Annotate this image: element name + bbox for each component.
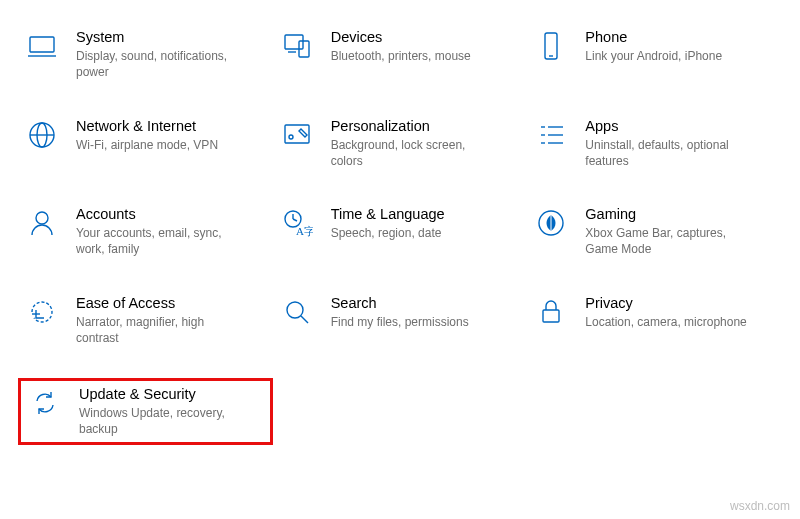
system-icon bbox=[24, 28, 60, 64]
tile-desc: Link your Android, iPhone bbox=[585, 48, 722, 64]
svg-line-27 bbox=[301, 316, 308, 323]
apps-icon bbox=[533, 117, 569, 153]
svg-rect-28 bbox=[543, 310, 559, 322]
tile-search[interactable]: Search Find my files, permissions bbox=[273, 290, 528, 351]
tile-desc: Find my files, permissions bbox=[331, 314, 469, 330]
ease-of-access-icon bbox=[24, 294, 60, 330]
accounts-icon bbox=[24, 205, 60, 241]
tile-title: Phone bbox=[585, 28, 722, 46]
tile-desc: Bluetooth, printers, mouse bbox=[331, 48, 471, 64]
tile-privacy[interactable]: Privacy Location, camera, microphone bbox=[527, 290, 782, 351]
update-icon bbox=[27, 385, 63, 421]
gaming-icon bbox=[533, 205, 569, 241]
tile-desc: Wi-Fi, airplane mode, VPN bbox=[76, 137, 218, 153]
tile-desc: Xbox Game Bar, captures, Game Mode bbox=[585, 225, 755, 257]
privacy-icon bbox=[533, 294, 569, 330]
tile-desc: Background, lock screen, colors bbox=[331, 137, 501, 169]
tile-accounts[interactable]: Accounts Your accounts, email, sync, wor… bbox=[18, 201, 273, 262]
tile-network[interactable]: Network & Internet Wi-Fi, airplane mode,… bbox=[18, 113, 273, 174]
tile-title: Search bbox=[331, 294, 469, 312]
tile-title: Time & Language bbox=[331, 205, 445, 223]
search-icon bbox=[279, 294, 315, 330]
svg-point-26 bbox=[287, 302, 303, 318]
tile-title: Ease of Access bbox=[76, 294, 246, 312]
tile-phone[interactable]: Phone Link your Android, iPhone bbox=[527, 24, 782, 85]
svg-rect-5 bbox=[545, 33, 557, 59]
tile-ease-of-access[interactable]: Ease of Access Narrator, magnifier, high… bbox=[18, 290, 273, 351]
tile-personalization[interactable]: Personalization Background, lock screen,… bbox=[273, 113, 528, 174]
tile-title: System bbox=[76, 28, 246, 46]
svg-text:A字: A字 bbox=[296, 225, 313, 237]
tile-apps[interactable]: Apps Uninstall, defaults, optional featu… bbox=[527, 113, 782, 174]
tile-title: Privacy bbox=[585, 294, 746, 312]
tile-desc: Windows Update, recovery, backup bbox=[79, 405, 249, 437]
svg-point-18 bbox=[36, 212, 48, 224]
tile-system[interactable]: System Display, sound, notifications, po… bbox=[18, 24, 273, 85]
svg-line-21 bbox=[293, 219, 297, 221]
tile-title: Apps bbox=[585, 117, 755, 135]
watermark: wsxdn.com bbox=[730, 499, 790, 513]
tile-desc: Your accounts, email, sync, work, family bbox=[76, 225, 246, 257]
tile-desc: Narrator, magnifier, high contrast bbox=[76, 314, 246, 346]
svg-rect-2 bbox=[285, 35, 303, 49]
tile-title: Gaming bbox=[585, 205, 755, 223]
tile-desc: Uninstall, defaults, optional features bbox=[585, 137, 755, 169]
tile-desc: Speech, region, date bbox=[331, 225, 445, 241]
tile-title: Accounts bbox=[76, 205, 246, 223]
personalization-icon bbox=[279, 117, 315, 153]
time-language-icon: A字 bbox=[279, 205, 315, 241]
settings-grid: System Display, sound, notifications, po… bbox=[0, 0, 800, 455]
phone-icon bbox=[533, 28, 569, 64]
tile-desc: Display, sound, notifications, power bbox=[76, 48, 246, 80]
tile-devices[interactable]: Devices Bluetooth, printers, mouse bbox=[273, 24, 528, 85]
tile-gaming[interactable]: Gaming Xbox Game Bar, captures, Game Mod… bbox=[527, 201, 782, 262]
globe-icon bbox=[24, 117, 60, 153]
devices-icon bbox=[279, 28, 315, 64]
tile-title: Network & Internet bbox=[76, 117, 218, 135]
tile-title: Devices bbox=[331, 28, 471, 46]
tile-update-security[interactable]: Update & Security Windows Update, recove… bbox=[18, 378, 273, 445]
tile-title: Personalization bbox=[331, 117, 501, 135]
svg-point-11 bbox=[289, 135, 293, 139]
svg-rect-0 bbox=[30, 37, 54, 52]
tile-title: Update & Security bbox=[79, 385, 249, 403]
tile-desc: Location, camera, microphone bbox=[585, 314, 746, 330]
tile-time-language[interactable]: A字 Time & Language Speech, region, date bbox=[273, 201, 528, 262]
